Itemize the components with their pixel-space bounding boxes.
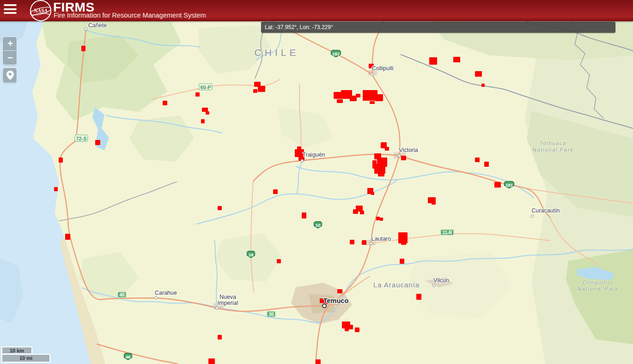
city-label: Traiguén — [303, 152, 325, 158]
fire-detection[interactable] — [206, 111, 209, 115]
road-shield: 11-R — [440, 230, 454, 236]
fire-detection[interactable] — [208, 358, 215, 364]
fire-detection[interactable] — [65, 234, 70, 240]
road-shield-text: 181 — [505, 182, 514, 188]
road-shield-text: 182 — [332, 50, 341, 57]
fire-detection[interactable] — [378, 171, 384, 176]
fire-detection[interactable] — [475, 71, 482, 77]
coordinate-readout: Lat: -37.952°, Lon: -73.229° — [261, 22, 615, 33]
fire-detection[interactable] — [345, 328, 349, 331]
coordinate-text: Lat: -37.952°, Lon: -73.229° — [265, 24, 333, 30]
fire-detection[interactable] — [353, 209, 358, 214]
fire-detection[interactable] — [372, 160, 377, 169]
fire-detection[interactable] — [218, 206, 222, 210]
city-marker — [371, 73, 374, 76]
road-shield: 16 — [247, 251, 256, 258]
app-subtitle: Fire Information for Resource Management… — [54, 12, 206, 19]
city-label: Curacautín — [531, 208, 560, 214]
city-marker — [154, 297, 158, 300]
locate-control-group — [2, 67, 17, 83]
fire-detection[interactable] — [81, 46, 85, 51]
map-scale: 10 km 10 mi — [1, 346, 50, 363]
fire-detection[interactable] — [273, 189, 278, 194]
fire-detection[interactable] — [484, 162, 489, 167]
road-shield: 72-S — [74, 135, 88, 142]
city-marker — [398, 154, 401, 158]
road-shield-text: 10 — [314, 222, 322, 228]
fire-detection[interactable] — [195, 92, 200, 97]
road-shield: 60-P — [199, 84, 212, 91]
fire-detection[interactable] — [371, 192, 374, 195]
fire-detection[interactable] — [401, 241, 406, 245]
scale-km: 10 km — [1, 346, 32, 354]
city-label: Lautaro — [371, 236, 391, 242]
fire-detection[interactable] — [494, 182, 501, 188]
fire-detection[interactable] — [375, 94, 383, 101]
park-label: TolhuacaNational Park — [533, 140, 574, 153]
park-label: ConguillíoNational Park — [578, 279, 619, 292]
location-pin-icon — [6, 71, 14, 80]
fire-detection[interactable] — [302, 212, 306, 218]
fire-detection[interactable] — [360, 211, 364, 214]
map-canvas[interactable]: 182181101646403011-R72-S60-P CHILE La Ar… — [0, 0, 633, 364]
fire-detection[interactable] — [54, 187, 58, 191]
fire-detection[interactable] — [362, 240, 366, 245]
zoom-out-button[interactable]: − — [3, 51, 17, 65]
road-shield-text: 46 — [124, 354, 132, 360]
fire-detection[interactable] — [355, 328, 359, 332]
fire-detection[interactable] — [350, 240, 354, 244]
city-marker — [216, 307, 219, 310]
scale-mi: 10 mi — [1, 354, 50, 363]
fire-detection[interactable] — [297, 146, 301, 150]
city-marker — [432, 284, 436, 287]
app-header: NASA FIRMS Fire Information for Resource… — [0, 0, 633, 21]
road-shield: 46 — [124, 353, 133, 360]
fire-detection[interactable] — [429, 57, 437, 65]
fire-detection[interactable] — [59, 158, 63, 163]
city-marker — [301, 159, 304, 163]
city-marker — [531, 215, 534, 218]
svg-text:NASA: NASA — [33, 8, 48, 13]
region-label: La Araucanía — [373, 281, 420, 289]
fire-detection[interactable] — [258, 86, 265, 92]
fire-detection[interactable] — [380, 218, 383, 221]
fire-detection[interactable] — [475, 158, 480, 162]
road-shield: 40 — [117, 292, 126, 298]
fire-detection[interactable] — [376, 217, 380, 220]
menu-hamburger-icon[interactable] — [4, 4, 18, 15]
fire-detection[interactable] — [385, 147, 389, 151]
fire-detection[interactable] — [253, 89, 257, 93]
road-shield: 182 — [331, 50, 341, 58]
fire-detection[interactable] — [95, 140, 100, 145]
zoom-in-button[interactable]: + — [3, 37, 17, 51]
city-marker — [85, 28, 88, 31]
map-overlay: 182181101646403011-R72-S60-P CHILE La Ar… — [0, 0, 633, 364]
nasa-logo: NASA — [29, 0, 53, 23]
fire-detection[interactable] — [316, 359, 321, 364]
fire-detection[interactable] — [370, 101, 375, 104]
fire-detection[interactable] — [277, 259, 281, 263]
fire-detection[interactable] — [201, 119, 205, 123]
road-shield: 30 — [267, 311, 275, 317]
fire-detection[interactable] — [218, 335, 222, 340]
country-label: CHILE — [255, 47, 299, 58]
fire-detection[interactable] — [401, 156, 406, 160]
city-label: Victoria — [399, 147, 418, 153]
zoom-control-group: + − — [2, 36, 17, 65]
locate-button[interactable] — [3, 68, 17, 83]
fire-detection[interactable] — [481, 84, 485, 87]
city-label: Cañete — [88, 23, 107, 29]
fire-detection[interactable] — [416, 294, 421, 300]
fire-detection[interactable] — [400, 259, 404, 264]
city-label: Vilcún — [433, 278, 449, 284]
fire-detection[interactable] — [453, 57, 460, 62]
fire-detection[interactable] — [337, 99, 343, 103]
fire-detection[interactable] — [356, 94, 360, 97]
firms-app: 182181101646403011-R72-S60-P CHILE La Ar… — [0, 0, 633, 364]
road-shield: 10 — [314, 221, 323, 229]
fire-detection[interactable] — [432, 202, 436, 205]
fire-detection[interactable] — [337, 289, 342, 293]
city-label: Carahue — [155, 290, 177, 296]
road-shield-text: 16 — [247, 252, 255, 258]
fire-detection[interactable] — [163, 101, 167, 105]
